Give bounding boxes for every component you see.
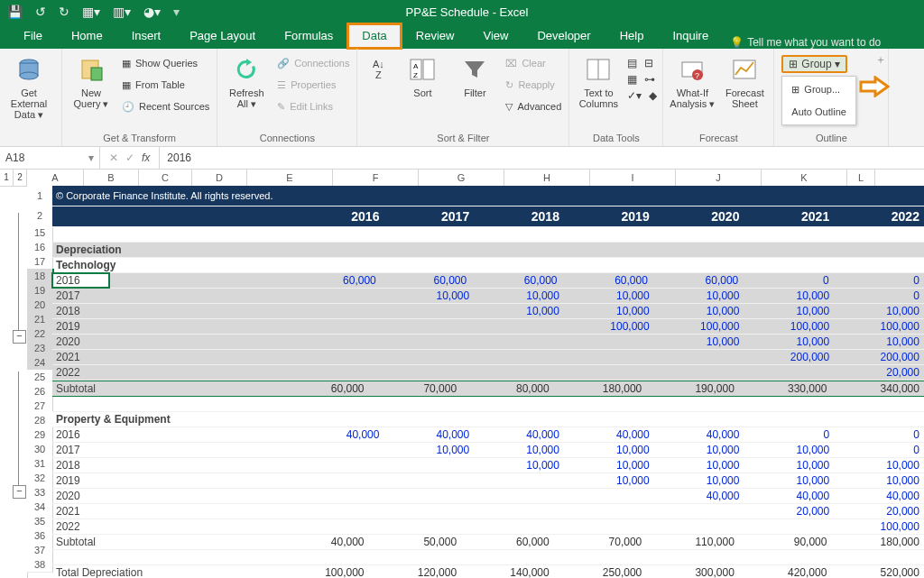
outline-collapse-button[interactable]: − [13, 485, 26, 499]
cell[interactable]: 10,000 [474, 304, 564, 318]
row-header[interactable]: 20 [27, 298, 54, 313]
cell[interactable] [654, 365, 744, 380]
cell[interactable]: 190,000 [646, 381, 739, 396]
cell[interactable]: 20,000 [834, 365, 924, 380]
name-box[interactable]: A18▾ [0, 147, 100, 169]
cell[interactable] [115, 365, 175, 380]
data-validation-icon[interactable]: ✓▾ [627, 89, 642, 102]
cell[interactable]: 180,000 [554, 381, 647, 396]
cell[interactable]: 2021 [744, 206, 834, 226]
row-header[interactable]: 32 [27, 471, 53, 486]
cell[interactable]: 20,000 [834, 504, 924, 518]
refresh-all-button[interactable]: Refresh All ▾ [221, 51, 272, 114]
new-query-button[interactable]: New Query ▾ [66, 51, 116, 114]
cell[interactable] [175, 365, 234, 380]
cell[interactable]: 420,000 [739, 565, 832, 578]
cancel-icon[interactable]: ✕ [109, 151, 118, 164]
row-header[interactable]: 26 [27, 384, 53, 399]
cell[interactable] [474, 365, 564, 380]
expand-icon[interactable]: ＋ [875, 52, 886, 68]
cell[interactable]: 2019 [564, 206, 654, 226]
cell[interactable] [234, 206, 294, 226]
group-menu-item[interactable]: ⊞Group... [788, 79, 850, 99]
cell[interactable]: 40,000 [834, 489, 924, 503]
outline-level-1[interactable]: 1 [0, 170, 14, 186]
table-row[interactable]: Technology [52, 258, 924, 273]
cell[interactable]: 340,000 [831, 381, 924, 396]
cell[interactable]: Depreciation [52, 243, 277, 257]
show-queries-button[interactable]: ▦Show Queries [118, 53, 213, 73]
cell[interactable]: 100,000 [276, 565, 369, 578]
table-row[interactable]: Subtotal60,00070,00080,000180,000190,000… [52, 381, 924, 397]
col-header-E[interactable]: E [247, 170, 333, 186]
row-header[interactable]: 38 [27, 557, 53, 573]
cell[interactable]: 10,000 [654, 304, 744, 318]
cell[interactable]: 330,000 [739, 381, 832, 396]
forecast-sheet-button[interactable]: Forecast Sheet [719, 51, 770, 113]
cell[interactable]: 40,000 [276, 535, 369, 549]
cell[interactable]: 10,000 [744, 473, 834, 488]
table-row[interactable]: © Corporate Finance Institute. All right… [52, 186, 924, 206]
consolidate-icon[interactable]: ⊟ [644, 57, 653, 69]
undo-icon[interactable]: ↺ [35, 5, 46, 19]
cell[interactable]: 100,000 [834, 319, 924, 334]
cell[interactable] [294, 489, 384, 503]
cell[interactable]: 2016 [52, 427, 115, 442]
cell[interactable] [175, 443, 234, 457]
cell[interactable] [109, 273, 170, 288]
text-to-columns-button[interactable]: Text to Columns [573, 51, 624, 113]
table-row[interactable]: 202010,00010,00010,000 [52, 335, 924, 350]
advanced-button[interactable]: ▽Advanced [502, 96, 565, 116]
table-row[interactable]: Property & Equipment [52, 412, 924, 427]
cell[interactable] [383, 489, 474, 503]
cell[interactable] [383, 458, 474, 472]
col-header-L[interactable]: L [847, 170, 875, 186]
cell[interactable] [383, 504, 474, 518]
cell[interactable]: 200,000 [834, 350, 924, 364]
cell[interactable] [52, 227, 116, 242]
col-header-B[interactable]: B [84, 170, 139, 186]
cell[interactable] [234, 350, 294, 364]
cell[interactable]: 10,000 [383, 443, 474, 457]
cell[interactable] [171, 273, 229, 288]
cell[interactable]: 10,000 [564, 304, 654, 318]
cell[interactable]: 60,000 [276, 381, 369, 396]
cell[interactable] [115, 504, 175, 518]
cell[interactable]: 2021 [52, 350, 115, 364]
qat-dropdown-icon[interactable]: ▾ [173, 5, 180, 19]
cell[interactable]: 0 [744, 427, 834, 442]
cell[interactable] [294, 504, 384, 518]
cell[interactable]: 70,000 [554, 535, 647, 549]
cell[interactable] [474, 335, 564, 349]
tab-view[interactable]: View [468, 23, 522, 49]
cell[interactable]: 200,000 [744, 350, 834, 364]
col-header-J[interactable]: J [676, 170, 762, 186]
cell[interactable]: 90,000 [739, 535, 832, 549]
cell[interactable]: 2018 [474, 206, 564, 226]
tab-formulas[interactable]: Formulas [270, 23, 347, 49]
tab-page-layout[interactable]: Page Layout [175, 23, 270, 49]
cell[interactable] [234, 427, 294, 442]
cell[interactable] [234, 335, 294, 349]
table-row[interactable]: 201810,00010,00010,00010,00010,000 [52, 304, 924, 319]
cell[interactable]: 2018 [52, 458, 115, 472]
cell[interactable]: 120,000 [369, 565, 462, 578]
cell[interactable] [234, 365, 294, 380]
row-header[interactable]: 33 [27, 485, 53, 500]
cell[interactable]: Technology [52, 258, 277, 272]
cell[interactable] [474, 350, 564, 364]
cell[interactable] [52, 206, 115, 226]
cell[interactable] [234, 504, 294, 518]
tell-me-input[interactable]: 💡Tell me what you want to do [730, 36, 881, 49]
cell[interactable]: 2020 [654, 206, 744, 226]
cell[interactable]: 2022 [834, 206, 924, 226]
tab-help[interactable]: Help [605, 23, 659, 49]
cell[interactable] [234, 519, 294, 534]
row-header[interactable]: 31 [27, 456, 53, 472]
cell[interactable] [564, 350, 654, 364]
cell[interactable] [234, 458, 294, 472]
cell[interactable] [115, 350, 175, 364]
cell[interactable]: 2020 [52, 335, 115, 349]
cell[interactable] [175, 473, 234, 488]
tab-home[interactable]: Home [57, 23, 117, 49]
